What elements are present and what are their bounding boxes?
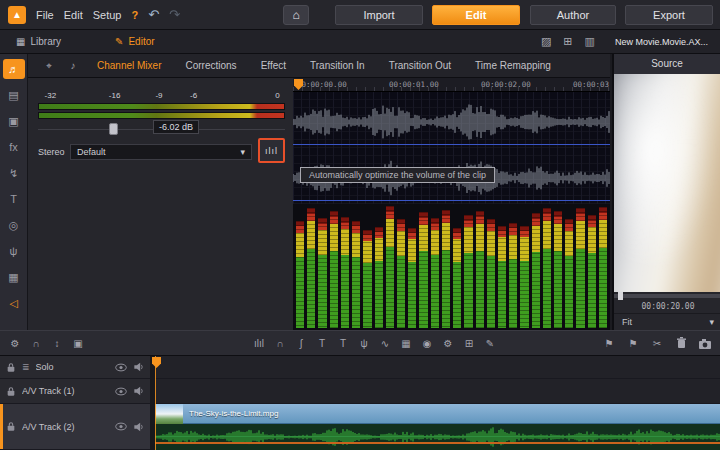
multicam-icon[interactable]: ▦ <box>397 338 415 349</box>
storyboard-icon[interactable]: ▣ <box>69 338 87 349</box>
speaker-icon[interactable] <box>133 386 144 396</box>
photo-icon[interactable]: ▣ <box>3 111 25 131</box>
lock-icon[interactable] <box>6 421 16 432</box>
transitions-icon[interactable]: ↯ <box>3 163 25 183</box>
track-2-lane[interactable]: The-Sky-is-the-Limit.mpg <box>155 404 720 450</box>
track-header-solo[interactable]: ≣ Solo <box>0 356 150 379</box>
tab-time-remapping[interactable]: Time Remapping <box>464 60 562 71</box>
montage-icon[interactable]: ▦ <box>3 267 25 287</box>
marker-out-icon[interactable]: ⚑ <box>624 338 642 349</box>
eye-icon[interactable] <box>115 363 127 372</box>
voiceover-icon[interactable]: ψ <box>355 338 373 349</box>
tab-channel-mixer[interactable]: Channel Mixer <box>86 60 172 71</box>
spectrum-bar <box>498 226 506 328</box>
tab-corrections[interactable]: Corrections <box>174 60 247 71</box>
record-icon[interactable]: ◉ <box>418 338 436 349</box>
volume-envelope-line[interactable] <box>155 442 720 444</box>
solo-button[interactable]: Solo <box>36 362 109 372</box>
clip-thumbnail <box>155 404 183 424</box>
track-header-1[interactable]: A/V Track (1) <box>0 379 150 404</box>
scale-label: -16 <box>109 91 121 100</box>
tab-library[interactable]: ▦ Library <box>10 36 67 47</box>
disc-icon[interactable]: ◎ <box>3 215 25 235</box>
copy-icon[interactable]: ⊞ <box>563 35 572 48</box>
magnet-icon[interactable]: ∩ <box>27 338 45 349</box>
menu-file[interactable]: File <box>36 9 54 21</box>
snap-icon[interactable]: ∩ <box>271 338 289 349</box>
audio-clip-waveform[interactable] <box>155 424 720 450</box>
lock-icon[interactable] <box>6 386 16 397</box>
sort-icon[interactable]: ↕ <box>48 338 66 349</box>
home-button[interactable]: ⌂ <box>283 5 309 25</box>
video-icon[interactable]: ▤ <box>3 85 25 105</box>
menu-setup[interactable]: Setup <box>93 9 122 21</box>
eye-icon[interactable] <box>115 422 127 431</box>
import-button[interactable]: Import <box>335 5 423 25</box>
scrubber-handle[interactable] <box>618 292 623 300</box>
preview-scrubber[interactable] <box>614 294 720 298</box>
timeline-ruler[interactable]: 00:00:00.00 00:00:01.00 00:00:02.00 00:0… <box>293 78 610 92</box>
speaker-icon[interactable] <box>133 362 144 372</box>
panel-layout-icon[interactable]: ▨ <box>541 35 551 48</box>
project-filename: New Movie.Movie.AX... <box>615 37 708 47</box>
video-clip[interactable]: The-Sky-is-the-Limit.mpg <box>155 404 720 424</box>
title-tool-icon[interactable]: T <box>313 338 331 349</box>
playhead-line[interactable] <box>155 356 156 450</box>
volume-slider-handle[interactable] <box>109 123 118 135</box>
lock-icon[interactable] <box>6 362 16 373</box>
help-icon[interactable]: ? <box>131 9 138 21</box>
track-name[interactable]: A/V Track (1) <box>22 386 109 396</box>
stereo-waveform-display[interactable] <box>293 92 610 204</box>
dual-display-icon[interactable]: ▥ <box>585 35 595 48</box>
waveform-panel[interactable]: 00:00:00.00 00:00:01.00 00:00:02.00 00:0… <box>293 78 610 330</box>
author-button[interactable]: Author <box>530 5 616 25</box>
edit-tool-icon[interactable]: ✎ <box>481 338 499 349</box>
track-1-lane[interactable] <box>155 379 720 404</box>
spectrum-bar <box>408 228 416 328</box>
trash-icon[interactable] <box>672 337 690 349</box>
spectrum-bar <box>453 228 461 328</box>
spectrum-bar <box>431 218 439 328</box>
track-header-2[interactable]: A/V Track (2) <box>0 404 150 450</box>
speaker-icon[interactable] <box>133 422 144 432</box>
razor-icon[interactable]: ✂ <box>648 338 666 349</box>
export-button[interactable]: Export <box>625 5 713 25</box>
wave-tool-icon[interactable]: ∿ <box>376 338 394 349</box>
tab-transition-in[interactable]: Transition In <box>299 60 376 71</box>
edit-button[interactable]: Edit <box>432 5 520 25</box>
audio-note-icon[interactable]: ♪ <box>62 60 84 71</box>
tab-editor[interactable]: ✎ Editor <box>109 36 161 47</box>
menu-edit[interactable]: Edit <box>64 9 83 21</box>
keyframe-curve-icon[interactable]: ʃ <box>292 338 310 349</box>
track-name[interactable]: A/V Track (2) <box>22 422 109 432</box>
settings-icon[interactable]: ⚙ <box>6 338 24 349</box>
add-track-icon[interactable]: ⊞ <box>460 338 478 349</box>
snapshot-icon[interactable] <box>696 337 714 348</box>
marker-in-icon[interactable]: ⚑ <box>600 338 618 349</box>
source-title: Source <box>614 54 720 74</box>
zoom-fit-select[interactable]: Fit ▾ <box>614 313 720 330</box>
title-icon[interactable]: T <box>3 189 25 209</box>
solo-track-lane[interactable] <box>155 356 720 379</box>
mic-icon[interactable]: ψ <box>3 241 25 261</box>
media-icon[interactable]: ♬ <box>3 59 25 79</box>
undo-icon[interactable]: ↶ <box>148 8 159 21</box>
subtitle-tool-icon[interactable]: T <box>334 338 352 349</box>
spectrum-meter <box>293 204 610 330</box>
channel-baseline <box>293 200 610 201</box>
pin-icon[interactable]: ⌖ <box>38 60 60 72</box>
track-content[interactable]: The-Sky-is-the-Limit.mpg <box>155 356 720 450</box>
timeline-toolbar: ⚙ ∩ ↕ ▣ ılıl ∩ ʃ T T ψ ∿ ▦ ◉ ⚙ ⊞ ✎ ⚑ ⚑ ✂ <box>0 330 720 356</box>
gear-icon[interactable]: ⚙ <box>439 338 457 349</box>
fit-value: Fit <box>622 317 632 327</box>
speaker-category-icon[interactable]: ◁ <box>3 293 25 313</box>
tab-transition-out[interactable]: Transition Out <box>378 60 462 71</box>
redo-icon[interactable]: ↷ <box>169 8 180 21</box>
fx-icon[interactable]: fx <box>3 137 25 157</box>
audio-mixer-icon[interactable]: ılıl <box>250 338 268 349</box>
channel-preset-select[interactable]: Default ▾ <box>70 144 252 160</box>
eye-icon[interactable] <box>115 387 127 396</box>
track-list-icon[interactable]: ≣ <box>22 362 30 372</box>
optimize-volume-button[interactable]: ılıl <box>258 138 285 163</box>
tab-effect[interactable]: Effect <box>250 60 297 71</box>
